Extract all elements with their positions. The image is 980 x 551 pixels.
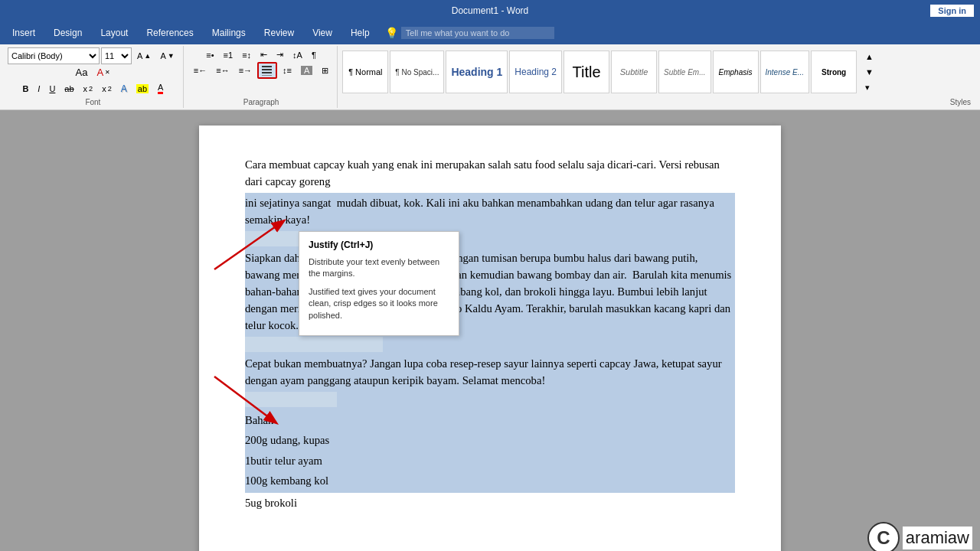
show-formatting-button[interactable]: ¶: [308, 48, 320, 62]
doc-ingredient-3: 100g kembang kol: [245, 471, 328, 491]
ribbon: Insert Design Layout References Mailings…: [0, 21, 980, 44]
svg-rect-0: [262, 66, 272, 67]
styles-scroll-up[interactable]: ▲: [861, 50, 877, 64]
style-heading2[interactable]: Heading 2: [509, 51, 562, 93]
para-row-1: ≡• ≡1 ≡↕ ⇤ ⇥ ↕A ¶: [202, 47, 320, 62]
doc-para-3: Cepat bukan membuatnya? Jangan lupa coba…: [245, 355, 735, 389]
font-row-3: B I U ab x2 x2 A ab A: [18, 80, 167, 96]
watermark-letter: C: [877, 527, 890, 549]
clear-formatting-button[interactable]: A✕: [93, 64, 115, 80]
tab-mailings[interactable]: Mailings: [203, 21, 255, 44]
align-center-button[interactable]: ≡↔: [212, 64, 233, 77]
ribbon-content: Calibri (Body) 11 A▲ A▼ Aa A✕ B I U ab x…: [0, 44, 980, 110]
borders-button[interactable]: ⊞: [318, 64, 332, 78]
font-row-2: Aa A✕: [72, 64, 115, 80]
align-right-button[interactable]: ≡→: [235, 64, 256, 77]
watermark: C aramiaw: [867, 522, 972, 551]
font-row-1: Calibri (Body) 11 A▲ A▼: [8, 47, 178, 64]
doc-ingredient-4: 5ug brokoli: [245, 493, 735, 513]
tell-me-input[interactable]: [401, 27, 554, 39]
numbering-button[interactable]: ≡1: [220, 48, 237, 62]
svg-rect-2: [262, 72, 272, 73]
style-emphasis[interactable]: Emphasis: [713, 51, 759, 93]
shading-button[interactable]: A: [297, 64, 316, 77]
style-strong[interactable]: Strong: [811, 51, 857, 93]
paragraph-group-label: Paragraph: [243, 96, 279, 106]
style-subtle-emphasis[interactable]: Subtle Em...: [658, 51, 710, 93]
decrease-indent-button[interactable]: ⇤: [256, 47, 271, 62]
tooltip-title: Justify (Ctrl+J): [309, 240, 449, 250]
tooltip-desc2: Justified text gives your document clean…: [309, 286, 449, 321]
lightbulb-icon: 💡: [385, 27, 398, 39]
doc-para-intro: Cara membuat capcay kuah yang enak ini m…: [245, 156, 735, 190]
justify-icon: [262, 65, 273, 76]
sort-button[interactable]: ↕A: [289, 48, 306, 62]
doc-page[interactable]: Cara membuat capcay kuah yang enak ini m…: [199, 126, 781, 551]
styles-group-label: Styles: [339, 98, 977, 108]
font-group-label: Font: [85, 96, 100, 106]
font-size-select[interactable]: 11: [101, 47, 132, 64]
font-group: Calibri (Body) 11 A▲ A▼ Aa A✕ B I U ab x…: [3, 46, 184, 108]
tab-help[interactable]: Help: [341, 21, 379, 44]
change-case-button[interactable]: Aa: [72, 64, 92, 80]
multilevel-list-button[interactable]: ≡↕: [238, 48, 255, 62]
align-left-button[interactable]: ≡←: [190, 64, 211, 77]
style-title[interactable]: Title: [564, 51, 609, 93]
superscript-button[interactable]: x2: [98, 82, 116, 96]
sign-in-button[interactable]: Sign in: [930, 5, 974, 17]
italic-button[interactable]: I: [34, 82, 44, 96]
tooltip-desc1: Distribute your text evenly between the …: [309, 256, 449, 280]
style-subtitle[interactable]: Subtitle: [611, 51, 657, 93]
style-intense-emphasis[interactable]: Intense E...: [760, 51, 810, 93]
tab-design[interactable]: Design: [44, 21, 91, 44]
font-name-select[interactable]: Calibri (Body): [8, 47, 100, 64]
underline-button[interactable]: U: [45, 82, 59, 96]
styles-group: ¶ Normal ¶ No Spaci... Heading 1 Heading…: [339, 46, 977, 108]
grow-font-button[interactable]: A▲: [133, 49, 155, 63]
style-normal[interactable]: ¶ Normal: [342, 51, 388, 93]
tab-layout[interactable]: Layout: [91, 21, 137, 44]
styles-scroll-down[interactable]: ▼: [861, 65, 877, 79]
style-heading1[interactable]: Heading 1: [446, 51, 508, 93]
strikethrough-button[interactable]: ab: [60, 82, 77, 96]
bold-button[interactable]: B: [18, 82, 32, 96]
paragraph-group: ≡• ≡1 ≡↕ ⇤ ⇥ ↕A ¶ ≡← ≡↔ ≡→ ↕≡ A ⊞: [185, 46, 338, 108]
text-highlight-button[interactable]: ab: [132, 82, 152, 96]
para-row-2: ≡← ≡↔ ≡→ ↕≡ A ⊞: [190, 62, 333, 79]
title-bar-text: Document1 - Word: [328, 5, 651, 16]
bullets-button[interactable]: ≡•: [202, 48, 217, 62]
justify-button[interactable]: [257, 62, 277, 79]
watermark-circle: C: [867, 522, 900, 551]
svg-rect-3: [262, 75, 272, 76]
font-color-button[interactable]: A: [154, 80, 167, 96]
line-spacing-button[interactable]: ↕≡: [279, 64, 296, 77]
doc-para-1: ini sejatinya sangat mudah dibuat, kok. …: [245, 194, 735, 228]
doc-ingredient-2: 1butir telur ayam: [245, 451, 322, 471]
selection-spacer-3: [245, 392, 337, 407]
style-no-spacing[interactable]: ¶ No Spaci...: [390, 51, 444, 93]
styles-more[interactable]: ▾: [861, 80, 877, 95]
subscript-button[interactable]: x2: [80, 82, 97, 96]
tab-references[interactable]: References: [137, 21, 202, 44]
tab-review[interactable]: Review: [255, 21, 303, 44]
tab-view[interactable]: View: [303, 21, 341, 44]
tab-insert[interactable]: Insert: [3, 21, 44, 44]
title-bar: Document1 - Word Sign in: [0, 0, 980, 21]
svg-rect-1: [262, 69, 272, 70]
doc-bahan-header: Bahan: [245, 410, 735, 430]
doc-area: 2 1 Justify (Ctrl+J) Distribute your tex…: [0, 110, 980, 551]
selection-spacer-2: [245, 337, 383, 352]
doc-ingredient-1: 200g udang, kupas: [245, 430, 329, 450]
increase-indent-button[interactable]: ⇥: [273, 47, 287, 62]
shrink-font-button[interactable]: A▼: [156, 49, 178, 63]
text-effects-button[interactable]: A: [117, 81, 131, 96]
justify-tooltip: Justify (Ctrl+J) Distribute your text ev…: [299, 231, 459, 336]
watermark-text: aramiaw: [903, 527, 972, 549]
ribbon-tabs: Insert Design Layout References Mailings…: [0, 21, 980, 44]
